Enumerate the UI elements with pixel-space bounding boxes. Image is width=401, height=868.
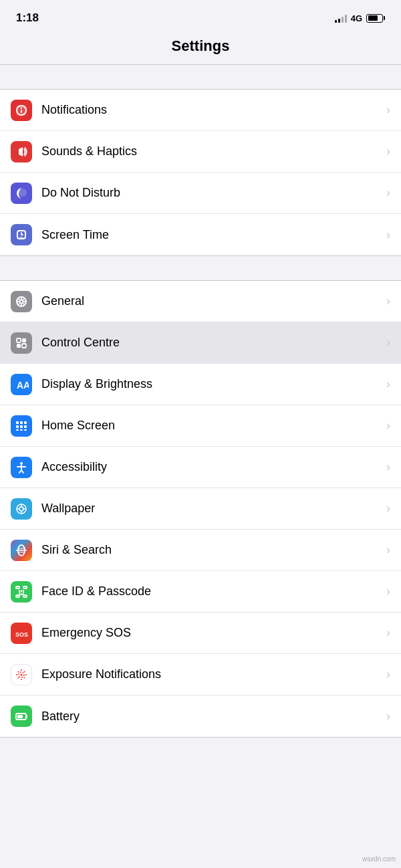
svg-point-38 bbox=[19, 507, 23, 511]
notifications-chevron: › bbox=[386, 103, 390, 117]
general-chevron: › bbox=[386, 294, 390, 308]
sirisearch-label: Siri & Search bbox=[41, 543, 386, 557]
settings-row-exposure[interactable]: Exposure Notifications › bbox=[0, 654, 401, 695]
svg-point-9 bbox=[20, 300, 23, 303]
faceid-label: Face ID & Passcode bbox=[41, 584, 386, 599]
settings-row-battery[interactable]: Battery › bbox=[0, 695, 401, 737]
svg-point-61 bbox=[18, 677, 19, 678]
screentime-icon bbox=[11, 224, 32, 245]
general-label: General bbox=[41, 294, 386, 308]
general-icon bbox=[11, 291, 32, 312]
svg-rect-3 bbox=[21, 110, 22, 113]
svg-marker-4 bbox=[19, 147, 23, 156]
network-type: 4G bbox=[351, 13, 362, 23]
controlcentre-label: Control Centre bbox=[41, 336, 386, 350]
svg-point-60 bbox=[24, 671, 25, 672]
exposure-chevron: › bbox=[386, 667, 390, 681]
settings-row-displaybrightness[interactable]: AA Display & Brightness › bbox=[0, 364, 401, 405]
svg-line-14 bbox=[18, 298, 19, 300]
sounds-chevron: › bbox=[386, 144, 390, 158]
exposure-icon bbox=[11, 664, 32, 685]
notifications-icon bbox=[11, 100, 32, 121]
svg-rect-28 bbox=[24, 425, 27, 428]
watermark: wsxdn.com bbox=[362, 855, 396, 863]
page-title: Settings bbox=[172, 37, 230, 54]
donotdisturb-icon bbox=[11, 183, 32, 204]
svg-rect-21 bbox=[22, 344, 26, 348]
svg-point-57 bbox=[16, 674, 17, 675]
svg-line-16 bbox=[23, 298, 25, 300]
svg-rect-23 bbox=[16, 421, 19, 424]
svg-rect-30 bbox=[20, 429, 23, 431]
svg-rect-7 bbox=[19, 237, 23, 238]
settings-row-controlcentre[interactable]: Control Centre › bbox=[0, 322, 401, 364]
svg-rect-64 bbox=[26, 716, 27, 718]
svg-rect-31 bbox=[24, 429, 27, 431]
accessibility-chevron: › bbox=[386, 460, 390, 474]
svg-point-62 bbox=[24, 677, 25, 678]
settings-row-sounds[interactable]: Sounds & Haptics › bbox=[0, 131, 401, 173]
homescreen-icon bbox=[11, 415, 32, 437]
wallpaper-icon bbox=[11, 498, 32, 520]
svg-rect-48 bbox=[23, 595, 27, 597]
page-header: Settings bbox=[0, 32, 401, 65]
screentime-chevron: › bbox=[386, 228, 390, 242]
svg-rect-24 bbox=[20, 421, 23, 424]
section-divider-top bbox=[0, 65, 401, 89]
settings-group-2: General › Control Centre › AA Display & … bbox=[0, 280, 401, 738]
siri-icon bbox=[11, 540, 32, 561]
svg-rect-29 bbox=[16, 429, 19, 431]
donotdisturb-chevron: › bbox=[386, 186, 390, 200]
donotdisturb-label: Do Not Disturb bbox=[41, 186, 386, 200]
battery-settings-icon bbox=[11, 706, 32, 727]
settings-row-accessibility[interactable]: Accessibility › bbox=[0, 447, 401, 488]
exposure-label: Exposure Notifications bbox=[41, 667, 386, 681]
screentime-label: Screen Time bbox=[41, 228, 386, 242]
svg-rect-18 bbox=[17, 338, 21, 342]
svg-point-56 bbox=[21, 679, 22, 680]
svg-line-15 bbox=[23, 303, 25, 304]
emergencysos-chevron: › bbox=[386, 626, 390, 640]
homescreen-label: Home Screen bbox=[41, 419, 386, 433]
svg-rect-47 bbox=[16, 595, 19, 597]
section-divider-middle bbox=[0, 256, 401, 280]
svg-point-59 bbox=[18, 671, 19, 672]
svg-rect-46 bbox=[23, 586, 27, 588]
svg-rect-45 bbox=[16, 586, 19, 588]
settings-row-donotdisturb[interactable]: Do Not Disturb › bbox=[0, 173, 401, 214]
sounds-icon bbox=[11, 141, 32, 162]
svg-rect-65 bbox=[17, 715, 23, 718]
settings-group-1: Notifications › Sounds & Haptics › Do No… bbox=[0, 89, 401, 256]
status-bar: 1:18 4G bbox=[0, 0, 401, 32]
settings-row-screentime[interactable]: Screen Time › bbox=[0, 214, 401, 255]
svg-rect-26 bbox=[16, 425, 19, 428]
settings-row-general[interactable]: General › bbox=[0, 281, 401, 322]
wallpaper-label: Wallpaper bbox=[41, 502, 386, 516]
settings-row-notifications[interactable]: Notifications › bbox=[0, 90, 401, 131]
homescreen-chevron: › bbox=[386, 419, 390, 433]
controlcentre-icon bbox=[11, 332, 32, 354]
faceid-icon bbox=[11, 581, 32, 603]
settings-row-sirisearch[interactable]: Siri & Search › bbox=[0, 530, 401, 571]
emergencysos-label: Emergency SOS bbox=[41, 626, 386, 640]
settings-row-faceid[interactable]: Face ID & Passcode › bbox=[0, 571, 401, 613]
displaybrightness-label: Display & Brightness bbox=[41, 377, 386, 391]
displaybrightness-icon: AA bbox=[11, 374, 32, 395]
controlcentre-chevron: › bbox=[386, 336, 390, 350]
displaybrightness-chevron: › bbox=[386, 377, 390, 391]
settings-row-homescreen[interactable]: Home Screen › bbox=[0, 405, 401, 447]
battery-icon bbox=[366, 14, 385, 23]
emergencysos-icon: SOS bbox=[11, 623, 32, 644]
settings-row-wallpaper[interactable]: Wallpaper › bbox=[0, 488, 401, 530]
svg-point-54 bbox=[21, 673, 23, 675]
faceid-chevron: › bbox=[386, 584, 390, 599]
sounds-label: Sounds & Haptics bbox=[41, 144, 386, 158]
battery-chevron: › bbox=[386, 710, 390, 724]
settings-row-emergencysos[interactable]: SOS Emergency SOS › bbox=[0, 613, 401, 654]
status-time: 1:18 bbox=[16, 11, 39, 25]
svg-rect-20 bbox=[17, 344, 21, 348]
accessibility-icon bbox=[11, 457, 32, 478]
svg-rect-19 bbox=[22, 338, 26, 342]
accessibility-label: Accessibility bbox=[41, 460, 386, 474]
svg-line-36 bbox=[21, 470, 23, 473]
